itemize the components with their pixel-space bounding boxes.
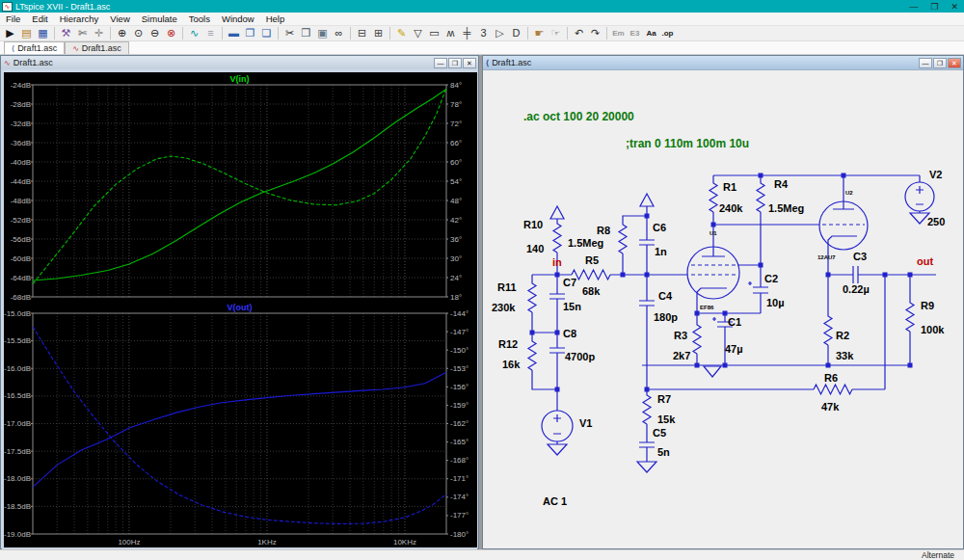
schematic-label-r2[interactable]: R2 <box>836 330 849 341</box>
wave-restore-button[interactable]: ❐ <box>448 58 462 68</box>
schematic-label-10-[interactable]: 10µ <box>766 297 785 308</box>
menu-item-simulate[interactable]: Simulate <box>136 13 183 25</box>
schematic-label-out[interactable]: out <box>917 255 933 267</box>
trace-name-V(out)[interactable]: V(out) <box>228 303 253 312</box>
open-icon[interactable]: ▤ <box>18 26 35 40</box>
wire-icon[interactable]: ✎ <box>393 26 410 40</box>
print-preview-icon[interactable]: ⊞ <box>370 26 387 40</box>
spice-directive-icon[interactable]: .op <box>659 26 676 40</box>
schematic-label-1-5meg[interactable]: 1.5Meg <box>768 202 804 214</box>
schematic-label-c6[interactable]: C6 <box>653 222 666 233</box>
schematic-label-240k[interactable]: 240k <box>719 202 743 214</box>
schematic-label-r7[interactable]: R7 <box>657 393 671 405</box>
tile-windows-icon[interactable]: ▬ <box>226 26 242 40</box>
component-C3[interactable] <box>853 266 858 283</box>
schematic-label--tran-0-110m-100m-10u[interactable]: ;tran 0 110m 100m 10u <box>626 137 749 150</box>
menu-item-tools[interactable]: Tools <box>183 13 216 25</box>
component-R3[interactable] <box>693 313 701 365</box>
schematic-label-r6[interactable]: R6 <box>824 372 838 384</box>
schematic-label-c4[interactable]: C4 <box>658 290 673 302</box>
waveform-window-titlebar[interactable]: ∿ Draft1.asc —❐✕ <box>1 56 478 69</box>
schematic-label-v1[interactable]: V1 <box>579 417 592 429</box>
schem-minimize-button[interactable]: — <box>919 58 932 68</box>
tab-schematic[interactable]: ⟨Draft1.asc <box>4 41 65 54</box>
wave-close-button[interactable]: ✕ <box>463 58 476 68</box>
component-R5[interactable] <box>572 270 610 280</box>
schematic-label-r12[interactable]: R12 <box>498 338 518 350</box>
schematic-label-250[interactable]: 250 <box>927 216 945 227</box>
component-icon[interactable]: D <box>508 26 524 40</box>
component-R2[interactable] <box>824 275 832 365</box>
flag-R8-top[interactable] <box>640 194 654 216</box>
autorange-icon[interactable]: ≡ <box>202 26 219 40</box>
app-titlebar[interactable]: ∿ LTspice XVII - Draft1.asc —❐✕ <box>0 0 964 13</box>
cut-icon[interactable]: ✂ <box>281 26 298 40</box>
schematic-label-2k7[interactable]: 2k7 <box>673 350 690 361</box>
text-icon[interactable]: Aa <box>643 26 659 40</box>
zoom-out-icon[interactable]: ⊖ <box>147 26 163 40</box>
arrange-windows-icon[interactable]: ❏ <box>258 26 275 40</box>
component-R6[interactable] <box>814 385 852 394</box>
schematic-label-180p[interactable]: 180p <box>654 311 678 323</box>
schematic-label-r11[interactable]: R11 <box>497 281 517 293</box>
source-V1[interactable] <box>542 411 573 441</box>
diode-icon[interactable]: ▷ <box>492 26 508 40</box>
zoom-full-extents-icon[interactable]: ⊗ <box>163 26 179 40</box>
schematic-label-15n[interactable]: 15n <box>563 301 581 312</box>
schematic-label-c3[interactable]: C3 <box>853 251 867 262</box>
tab-waveform[interactable]: ∿Draft1.asc <box>65 41 129 54</box>
undo-icon[interactable]: ↶ <box>571 26 587 40</box>
component-R7[interactable] <box>643 389 651 442</box>
schem-restore-button[interactable]: ❐ <box>933 58 947 68</box>
schematic-window-titlebar[interactable]: ⟨ Draft1.asc —❐✕ <box>483 56 963 69</box>
schematic-label-100k[interactable]: 100k <box>921 324 945 335</box>
waveform-plot-area[interactable]: -24dB-28dB-32dB-36dB-40dB-44dB-48dB-52dB… <box>4 72 477 547</box>
schematic-label-r9[interactable]: R9 <box>921 300 934 311</box>
ground-icon[interactable]: ▽ <box>410 26 426 40</box>
edit-em-icon[interactable]: Em <box>610 26 627 40</box>
run-icon[interactable]: ▶ <box>2 26 18 40</box>
minimize-button[interactable]: — <box>909 2 918 12</box>
component-C5[interactable] <box>639 442 655 462</box>
trace-name-V(in)[interactable]: V(in) <box>230 74 250 84</box>
schematic-label-140[interactable]: 140 <box>526 243 544 254</box>
schematic-label-c5[interactable]: C5 <box>653 427 666 439</box>
schematic-label-16k[interactable]: 16k <box>502 359 521 370</box>
restore-button[interactable]: ❐ <box>930 2 938 12</box>
schematic-label-68k[interactable]: 68k <box>582 285 601 297</box>
menu-item-window[interactable]: Window <box>216 13 260 25</box>
schematic-label-230k[interactable]: 230k <box>492 302 516 313</box>
zoom-in-icon[interactable]: ⊕ <box>114 26 130 40</box>
schematic-label-r3[interactable]: R3 <box>674 330 687 341</box>
capacitor-icon[interactable]: ╪ <box>459 26 475 40</box>
cascade-windows-icon[interactable]: ❐ <box>242 26 258 40</box>
schematic-label--ac-oct-100-20-20000[interactable]: .ac oct 100 20 20000 <box>523 110 634 123</box>
resistor-icon[interactable]: ʍ <box>442 26 459 40</box>
redo-icon[interactable]: ↷ <box>587 26 603 40</box>
component-R12[interactable] <box>528 333 536 370</box>
schematic-label-15k[interactable]: 15k <box>657 413 676 425</box>
drag-icon[interactable]: ☞ <box>548 26 564 40</box>
halt-icon[interactable]: ✄ <box>74 26 91 40</box>
schematic-label-47k[interactable]: 47k <box>821 401 840 413</box>
schematic-label-ef86[interactable]: EF86 <box>700 305 714 310</box>
paste-icon[interactable]: ▣ <box>314 26 331 40</box>
component-C8[interactable] <box>549 333 565 389</box>
schematic-label-1n[interactable]: 1n <box>655 246 667 257</box>
schematic-canvas[interactable]: .ac oct 100 20 20000;tran 0 110m 100m 10… <box>483 70 963 549</box>
schematic-label-47-[interactable]: 47µ <box>725 343 743 355</box>
save-icon[interactable]: ▦ <box>35 26 51 40</box>
schematic-label-4700p[interactable]: 4700p <box>565 351 595 362</box>
schematic-wires[interactable] <box>532 175 936 444</box>
schematic-label-33k[interactable]: 33k <box>836 350 854 361</box>
zoom-fit-icon[interactable]: ⊙ <box>130 26 147 40</box>
schematic-label-u2[interactable]: U2 <box>845 190 853 196</box>
schematic-label-c2[interactable]: C2 <box>764 273 778 284</box>
schematic-label-12au7[interactable]: 12AU7 <box>817 254 836 260</box>
copy-icon[interactable]: ❒ <box>298 26 314 40</box>
net-label-icon[interactable]: ▭ <box>426 26 442 40</box>
menu-item-view[interactable]: View <box>104 13 135 25</box>
tube-U1[interactable] <box>687 225 739 313</box>
schematic-label-u1[interactable]: U1 <box>710 230 717 236</box>
edit-e3-icon[interactable]: E3 <box>627 26 643 40</box>
